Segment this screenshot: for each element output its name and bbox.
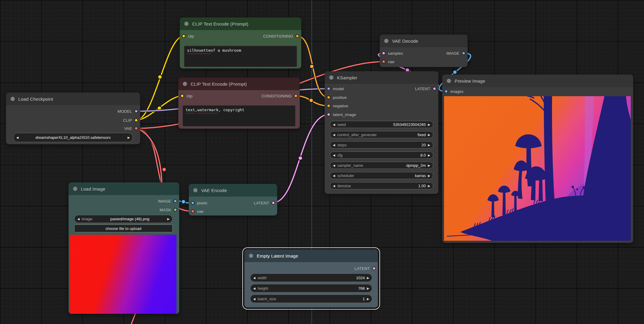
collapse-dot-icon[interactable] — [73, 187, 77, 191]
decrement-arrow-icon[interactable]: ◀ — [253, 297, 256, 301]
increment-arrow-icon[interactable]: ▶ — [428, 154, 430, 157]
clip-output-dot-icon[interactable] — [134, 118, 138, 122]
output-slot-MASK[interactable]: MASK — [160, 207, 177, 212]
batch-size-widget[interactable]: ◀batch_size1▶ — [250, 295, 372, 303]
decrement-arrow-icon[interactable]: ◀ — [16, 136, 19, 139]
input-slot-positive[interactable]: positive — [327, 95, 347, 100]
cfg-widget[interactable]: ◀cfg8.0▶ — [330, 151, 433, 159]
input-slot-clip[interactable]: clip — [182, 33, 194, 39]
node-header-vae-encode[interactable]: VAE Encode — [189, 184, 277, 197]
sampler-name-widget[interactable]: ◀sampler_namedpmpp_2m▶ — [330, 162, 433, 169]
vae-output-dot-icon[interactable] — [134, 127, 138, 130]
increment-arrow-icon[interactable]: ▶ — [428, 184, 430, 188]
decrement-arrow-icon[interactable]: ◀ — [333, 174, 335, 177]
conditioning-input-dot-icon[interactable] — [327, 96, 330, 99]
input-slot-images[interactable]: images — [444, 89, 464, 94]
input-slot-latent_image[interactable]: latent_image — [327, 112, 356, 117]
increment-arrow-icon[interactable]: ▶ — [367, 297, 369, 301]
input-slot-vae[interactable]: vae — [382, 59, 394, 64]
graph-canvas[interactable]: Load CheckpointMODELCLIPVAE◀dreamshaperX… — [0, 0, 644, 324]
decrement-arrow-icon[interactable]: ◀ — [77, 217, 80, 221]
node-header-load-checkpoint[interactable]: Load Checkpoint — [6, 93, 140, 105]
node-clip-text-encode-negative[interactable]: CLIP Text Encode (Prompt)clipCONDITIONIN… — [178, 78, 300, 129]
increment-arrow-icon[interactable]: ▶ — [428, 133, 430, 136]
node-ksampler[interactable]: KSamplermodelpositivenegativelatent_imag… — [325, 71, 438, 194]
height-widget[interactable]: ◀height768▶ — [250, 284, 372, 292]
node-header-preview-image[interactable]: Preview Image — [442, 75, 633, 87]
decrement-arrow-icon[interactable]: ◀ — [333, 133, 335, 136]
collapse-dot-icon[interactable] — [193, 188, 198, 192]
output-slot-IMAGE[interactable]: IMAGE — [158, 198, 177, 204]
node-vae-decode[interactable]: VAE DecodesamplesvaeIMAGE — [380, 35, 468, 67]
collapse-dot-icon[interactable] — [447, 79, 451, 83]
image-input-dot-icon[interactable] — [444, 90, 448, 93]
input-slot-negative[interactable]: negative — [327, 103, 348, 109]
collapse-dot-icon[interactable] — [384, 39, 388, 43]
conditioning-input-dot-icon[interactable] — [327, 104, 330, 108]
decrement-arrow-icon[interactable]: ◀ — [253, 276, 256, 280]
output-slot-LATENT[interactable]: LATENT — [254, 200, 275, 206]
image-filename-combo[interactable]: ◀imagepasted/image (46).png▶ — [74, 215, 173, 223]
decrement-arrow-icon[interactable]: ◀ — [333, 154, 335, 157]
choose-file-button[interactable]: choose file to upload — [74, 225, 173, 232]
output-slot-CONDITIONING[interactable]: CONDITIONING — [263, 33, 299, 39]
increment-arrow-icon[interactable]: ▶ — [367, 287, 369, 290]
seed-widget[interactable]: ◀seed535349223504265▶ — [330, 121, 433, 128]
decrement-arrow-icon[interactable]: ◀ — [333, 143, 335, 147]
collapse-dot-icon[interactable] — [249, 254, 253, 258]
image-input-dot-icon[interactable] — [191, 201, 195, 205]
node-vae-encode[interactable]: VAE EncodepixelsvaeLATENT — [189, 184, 277, 215]
decrement-arrow-icon[interactable]: ◀ — [333, 184, 335, 188]
latent-output-dot-icon[interactable] — [271, 201, 275, 205]
latent-input-dot-icon[interactable] — [327, 113, 330, 116]
output-slot-IMAGE[interactable]: IMAGE — [446, 50, 465, 56]
node-preview-image[interactable]: Preview Imageimages — [442, 75, 633, 243]
scheduler-widget[interactable]: ◀schedulerkarras▶ — [330, 172, 433, 179]
conditioning-output-dot-icon[interactable] — [296, 34, 299, 38]
output-slot-MODEL[interactable]: MODEL — [118, 109, 138, 114]
increment-arrow-icon[interactable]: ▶ — [367, 276, 369, 280]
collapse-dot-icon[interactable] — [184, 22, 189, 26]
decrement-arrow-icon[interactable]: ◀ — [253, 287, 256, 290]
clip-input-dot-icon[interactable] — [182, 34, 186, 38]
positive-prompt-textarea[interactable]: silhouette of a mushroom — [184, 46, 297, 67]
increment-arrow-icon[interactable]: ▶ — [428, 174, 430, 177]
node-header-empty-latent-image[interactable]: Empty Latent Image — [244, 249, 378, 262]
output-slot-VAE[interactable]: VAE — [124, 126, 138, 131]
latent-output-dot-icon[interactable] — [433, 87, 436, 90]
input-slot-clip[interactable]: clip — [180, 93, 192, 99]
node-clip-text-encode-positive[interactable]: CLIP Text Encode (Prompt)clipCONDITIONIN… — [180, 17, 301, 69]
decrement-arrow-icon[interactable]: ◀ — [333, 164, 335, 167]
input-slot-vae[interactable]: vae — [191, 209, 204, 214]
input-slot-model[interactable]: model — [327, 86, 344, 91]
decrement-arrow-icon[interactable]: ◀ — [333, 123, 335, 126]
vae-input-dot-icon[interactable] — [382, 60, 385, 63]
ckpt-name-combo[interactable]: ◀dreamshaperXL10_alpha2Xl10.safetensors▶ — [13, 133, 133, 142]
model-input-dot-icon[interactable] — [327, 87, 330, 90]
output-slot-LATENT[interactable]: LATENT — [415, 86, 436, 91]
node-empty-latent-image[interactable]: Empty Latent ImageLATENT◀width1024▶◀heig… — [244, 249, 378, 307]
node-load-image[interactable]: Load ImageIMAGEMASK◀imagepasted/image (4… — [69, 182, 179, 314]
input-slot-samples[interactable]: samples — [382, 50, 403, 56]
node-header-load-image[interactable]: Load Image — [69, 182, 179, 195]
increment-arrow-icon[interactable]: ▶ — [428, 123, 430, 126]
collapse-dot-icon[interactable] — [11, 97, 15, 101]
mask-output-dot-icon[interactable] — [173, 208, 177, 212]
model-output-dot-icon[interactable] — [134, 109, 138, 113]
control-after-generate-widget[interactable]: ◀control_after_generatefixed▶ — [330, 131, 433, 138]
denoise-widget[interactable]: ◀denoise1.00▶ — [330, 182, 433, 189]
image-output-dot-icon[interactable] — [462, 51, 465, 55]
node-load-checkpoint[interactable]: Load CheckpointMODELCLIPVAE◀dreamshaperX… — [6, 93, 140, 144]
input-slot-pixels[interactable]: pixels — [191, 200, 207, 206]
increment-arrow-icon[interactable]: ▶ — [127, 136, 130, 139]
latent-output-dot-icon[interactable] — [372, 267, 376, 270]
output-slot-CONDITIONING[interactable]: CONDITIONING — [262, 93, 298, 99]
node-header-ksampler[interactable]: KSampler — [325, 71, 438, 84]
collapse-dot-icon[interactable] — [183, 82, 187, 86]
increment-arrow-icon[interactable]: ▶ — [167, 217, 170, 221]
increment-arrow-icon[interactable]: ▶ — [428, 164, 430, 167]
increment-arrow-icon[interactable]: ▶ — [428, 143, 430, 147]
conditioning-output-dot-icon[interactable] — [294, 94, 298, 98]
output-slot-CLIP[interactable]: CLIP — [123, 118, 138, 123]
node-header-vae-decode[interactable]: VAE Decode — [380, 35, 468, 47]
